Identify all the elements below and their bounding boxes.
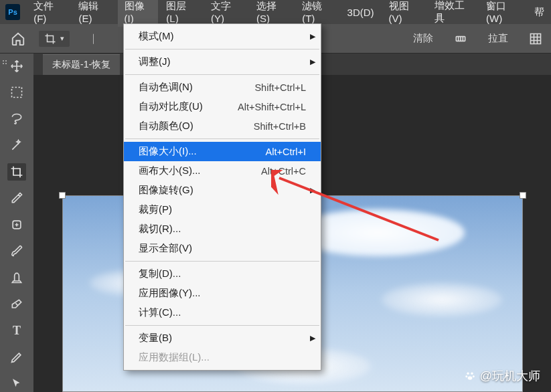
menu-auto-tone[interactable]: 自动色调(N)Shift+Ctrl+L [124,78,321,97]
grid-icon[interactable] [528,31,543,46]
svg-point-11 [472,375,474,377]
menu-trim[interactable]: 裁切(R)... [124,219,321,239]
menu-separator [125,74,319,75]
menu-adjustments[interactable]: 调整(J)▶ [124,52,321,72]
svg-point-9 [471,373,473,375]
menu-plugins[interactable]: 增效工具 [428,0,478,27]
app-logo: Ps [5,4,20,20]
path-select-tool[interactable] [7,375,26,392]
svg-rect-5 [12,88,22,98]
watermark-text: @玩机大师 [480,368,540,384]
brush-tool[interactable] [7,243,26,260]
menu-help[interactable]: 帮 [528,3,551,21]
menu-type[interactable]: 文字(Y) [204,0,248,27]
menu-auto-color[interactable]: 自动颜色(O)Shift+Ctrl+B [124,116,321,136]
menu-image-rotation[interactable]: 图像旋转(G)▶ [124,181,321,200]
menu-duplicate[interactable]: 复制(D)... [124,264,321,284]
opt-field-1[interactable]: ｜ [82,31,105,46]
svg-point-12 [467,376,472,379]
menu-separator [125,49,319,50]
paw-icon [464,370,476,382]
menu-reveal-all[interactable]: 显示全部(V) [124,239,321,258]
crop-tool[interactable] [7,163,26,181]
menu-file[interactable]: 文件(F) [27,0,70,27]
svg-point-4 [5,63,7,64]
svg-point-10 [465,375,467,377]
menu-3d[interactable]: 3D(D) [341,4,381,21]
menu-filter[interactable]: 滤镜(T) [295,0,339,27]
menu-image-size[interactable]: 图像大小(I)...Alt+Ctrl+I [124,142,321,161]
menu-canvas-size[interactable]: 画布大小(S)...Alt+Ctrl+C [124,161,321,181]
crop-tool-indicator[interactable]: ▾ [39,31,70,47]
menu-apply-dataset: 应用数据组(L)... [124,348,321,367]
menu-separator [125,261,319,262]
crop-handle[interactable] [520,192,526,199]
straighten-label: 拉直 [481,31,515,46]
menu-window[interactable]: 窗口(W) [479,0,526,27]
healing-brush-tool[interactable] [7,216,26,233]
svg-point-2 [5,60,7,62]
magic-wand-tool[interactable] [7,137,26,155]
menu-view[interactable]: 视图(V) [382,0,426,27]
menu-variables[interactable]: 变量(B)▶ [124,328,321,348]
menu-edit[interactable]: 编辑(E) [72,0,116,27]
menu-auto-contrast[interactable]: 自动对比度(U)Alt+Shift+Ctrl+L [124,97,321,116]
marquee-tool[interactable] [7,84,26,102]
menu-calculations[interactable]: 计算(C)... [124,303,321,322]
move-tool[interactable] [7,58,26,75]
menu-crop[interactable]: 裁剪(P) [124,200,321,219]
crop-handle[interactable] [59,192,66,199]
expand-dots-icon[interactable] [3,56,5,59]
home-icon[interactable] [9,30,27,47]
svg-point-1 [3,60,4,62]
canvas-content [382,283,502,316]
menu-select[interactable]: 选择(S) [250,0,294,27]
watermark: @玩机大师 [464,368,540,384]
eyedropper-tool[interactable] [7,190,26,207]
tools-panel: T [0,54,33,392]
clear-button[interactable]: 清除 [406,31,440,46]
main-menubar: Ps 文件(F) 编辑(E) 图像(I) 图层(L) 文字(Y) 选择(S) 滤… [0,0,551,24]
menu-separator [125,138,319,139]
clone-stamp-tool[interactable] [7,269,26,286]
menu-separator [125,325,319,326]
lasso-tool[interactable] [7,110,26,128]
svg-point-8 [467,373,469,375]
menu-mode[interactable]: 模式(M)▶ [124,27,321,46]
pen-tool[interactable] [7,349,26,366]
eraser-tool[interactable] [7,296,26,313]
document-tab[interactable]: 未标题-1-恢复 [43,54,120,75]
image-menu-dropdown: 模式(M)▶ 调整(J)▶ 自动色调(N)Shift+Ctrl+L 自动对比度(… [123,23,321,371]
menu-apply-image[interactable]: 应用图像(Y)... [124,284,321,303]
menu-layer[interactable]: 图层(L) [159,0,203,27]
straighten-icon[interactable] [453,31,468,46]
svg-point-3 [3,63,4,64]
menu-image[interactable]: 图像(I) [118,0,159,27]
type-tool[interactable]: T [7,322,26,339]
